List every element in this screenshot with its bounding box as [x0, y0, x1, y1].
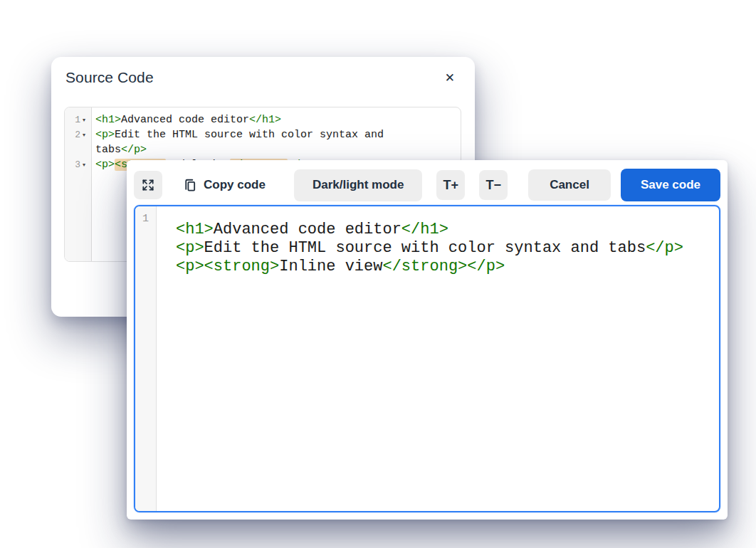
code-text: Inline view: [279, 258, 382, 275]
code-tag: </h1>: [401, 221, 448, 238]
code-text: Edit the HTML source with color syntax a…: [204, 239, 646, 257]
code-line: <h1>Advanced code editor</h1>: [176, 221, 719, 239]
inline-code-editor[interactable]: 1 <h1>Advanced code editor</h1><p>Edit t…: [134, 205, 720, 512]
code-tag: <p>: [176, 239, 204, 257]
collapse-arrow-icon[interactable]: ▾: [83, 157, 89, 172]
font-increase-button[interactable]: T+: [436, 170, 465, 200]
code-line: tabs</p>: [93, 142, 461, 157]
code-text: tabs: [95, 144, 121, 156]
code-content[interactable]: <h1>Advanced code editor</h1><p>Edit the…: [157, 206, 719, 511]
line-number: 3: [75, 157, 80, 172]
copy-code-label: Copy code: [204, 178, 266, 192]
code-line: <h1>Advanced code editor</h1>: [93, 112, 461, 127]
dialog-title: Source Code: [65, 69, 154, 86]
code-tag: </p>: [646, 239, 683, 257]
code-tag: <p>: [95, 159, 115, 171]
gutter-row: [65, 142, 91, 157]
fullscreen-icon: [141, 178, 155, 192]
editor-toolbar: Copy code Dark/light mode T+ T− Cancel S…: [127, 160, 728, 201]
dark-light-mode-button[interactable]: Dark/light mode: [294, 169, 422, 201]
code-line: <p>Edit the HTML source with color synta…: [93, 127, 461, 142]
code-text: Advanced code editor: [121, 114, 249, 126]
code-tag: <h1>: [95, 114, 121, 126]
code-text: Edit the HTML source with color syntax a…: [115, 129, 384, 141]
code-tag: <p>: [95, 129, 115, 141]
line-number: 1: [142, 213, 149, 225]
page-background: Source Code ✕ 1▾2▾3▾ <h1>Advanced code e…: [0, 0, 756, 548]
inline-code-editor-panel: Copy code Dark/light mode T+ T− Cancel S…: [127, 160, 728, 520]
code-tag: </h1>: [249, 114, 281, 126]
save-code-button[interactable]: Save code: [621, 169, 720, 201]
copy-code-button[interactable]: Copy code: [182, 177, 266, 193]
gutter-row: 1▾: [65, 112, 91, 127]
fullscreen-button[interactable]: [134, 171, 162, 199]
code-line: <p><strong>Inline view</strong></p>: [176, 258, 719, 276]
line-number: 2: [75, 127, 80, 142]
code-text: Advanced code editor: [214, 221, 401, 238]
line-number-gutter: 1: [135, 206, 157, 511]
font-decrease-button[interactable]: T−: [479, 170, 508, 200]
code-tag: </p>: [121, 144, 147, 156]
code-tag: </strong>: [382, 258, 467, 275]
code-tag: <h1>: [176, 221, 214, 238]
code-tag: </p>: [467, 258, 505, 275]
dialog-header: Source Code ✕: [51, 57, 475, 87]
code-tag: <strong>: [204, 258, 280, 275]
copy-icon: [182, 177, 197, 193]
cancel-button[interactable]: Cancel: [528, 169, 611, 201]
collapse-arrow-icon[interactable]: ▾: [83, 127, 89, 142]
line-number: 1: [75, 112, 80, 127]
gutter-row: 3▾: [65, 157, 91, 172]
code-tag: <p>: [176, 258, 204, 275]
collapse-arrow-icon[interactable]: ▾: [83, 112, 89, 127]
line-number-gutter: 1▾2▾3▾: [65, 107, 92, 261]
code-line: <p>Edit the HTML source with color synta…: [176, 239, 719, 258]
gutter-row: 2▾: [65, 127, 91, 142]
close-icon[interactable]: ✕: [443, 69, 456, 87]
